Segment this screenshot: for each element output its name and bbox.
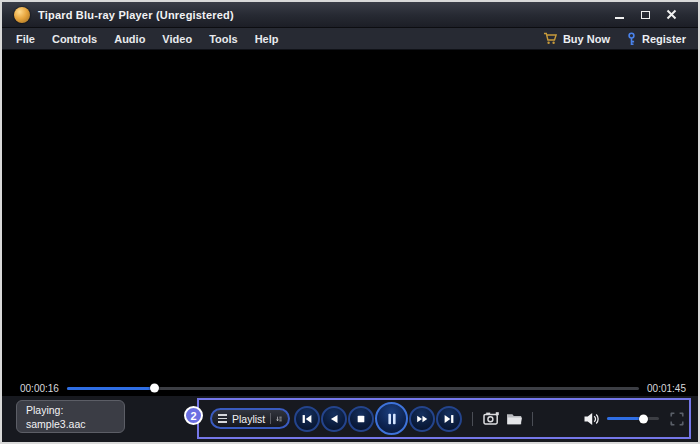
menu-bar-right: Buy Now Register	[543, 32, 686, 46]
playlist-menu-icon	[218, 414, 227, 423]
annotation-step-badge: 2	[184, 406, 203, 425]
snapshot-button[interactable]	[482, 411, 500, 427]
open-file-button[interactable]	[505, 411, 523, 427]
maximize-button[interactable]	[638, 8, 652, 22]
app-window: Tipard Blu-ray Player (Unregistered) Fil…	[0, 0, 700, 444]
buy-now-button[interactable]: Buy Now	[543, 32, 610, 45]
previous-button[interactable]	[294, 406, 320, 432]
menu-tools[interactable]: Tools	[209, 33, 238, 45]
playlist-order-icon[interactable]	[276, 413, 282, 425]
video-display-area[interactable]	[2, 50, 698, 380]
title-bar: Tipard Blu-ray Player (Unregistered)	[2, 2, 698, 28]
playlist-label: Playlist	[232, 413, 265, 425]
seek-row: 00:00:16 00:01:45	[2, 380, 698, 396]
volume-level	[607, 417, 644, 420]
pause-button[interactable]	[375, 402, 408, 435]
menu-file[interactable]: File	[16, 33, 35, 45]
menu-video[interactable]: Video	[162, 33, 192, 45]
volume-group	[583, 411, 685, 427]
stop-button[interactable]	[348, 406, 374, 432]
menu-bar: File Controls Audio Video Tools Help Buy…	[2, 28, 698, 50]
cart-icon	[543, 32, 558, 45]
menu-audio[interactable]: Audio	[114, 33, 145, 45]
camera-icon	[483, 411, 500, 426]
close-button[interactable]	[664, 8, 678, 22]
buy-now-label: Buy Now	[563, 33, 610, 45]
now-playing-box: Playing: sample3.aac	[16, 400, 125, 433]
rewind-icon	[327, 412, 341, 426]
register-button[interactable]: Register	[626, 32, 686, 46]
highlighted-controls-region: Playlist	[197, 398, 691, 439]
now-playing-label: Playing:	[26, 403, 115, 417]
current-time: 00:00:16	[20, 383, 59, 394]
close-icon	[666, 9, 677, 20]
maximize-icon	[641, 11, 650, 19]
playlist-divider	[270, 413, 271, 424]
playlist-button[interactable]: Playlist	[210, 408, 290, 429]
app-logo-icon	[14, 7, 30, 23]
minimize-button[interactable]	[612, 8, 626, 22]
seek-bar[interactable]	[67, 387, 639, 390]
separator	[472, 412, 473, 426]
rewind-button[interactable]	[321, 406, 347, 432]
volume-handle[interactable]	[639, 414, 648, 423]
volume-icon[interactable]	[583, 411, 601, 427]
menu-help[interactable]: Help	[255, 33, 279, 45]
menu-controls[interactable]: Controls	[52, 33, 97, 45]
window-controls	[612, 8, 688, 22]
window-title: Tipard Blu-ray Player (Unregistered)	[38, 9, 234, 21]
pause-icon	[384, 411, 400, 427]
fast-forward-icon	[415, 412, 429, 426]
next-icon	[442, 412, 456, 426]
fast-forward-button[interactable]	[409, 406, 435, 432]
seek-handle[interactable]	[150, 384, 159, 393]
stop-icon	[354, 412, 368, 426]
minimize-icon	[615, 17, 624, 19]
folder-icon	[506, 412, 523, 426]
now-playing-filename: sample3.aac	[26, 417, 115, 431]
key-icon	[626, 32, 637, 46]
total-time: 00:01:45	[647, 383, 686, 394]
seek-progress	[67, 387, 155, 390]
next-button[interactable]	[436, 406, 462, 432]
register-label: Register	[642, 33, 686, 45]
volume-slider[interactable]	[607, 417, 659, 420]
fullscreen-icon[interactable]	[669, 411, 685, 427]
previous-icon	[300, 412, 314, 426]
control-bar: Playing: sample3.aac 2 Playlist	[2, 396, 698, 442]
separator	[532, 412, 533, 426]
